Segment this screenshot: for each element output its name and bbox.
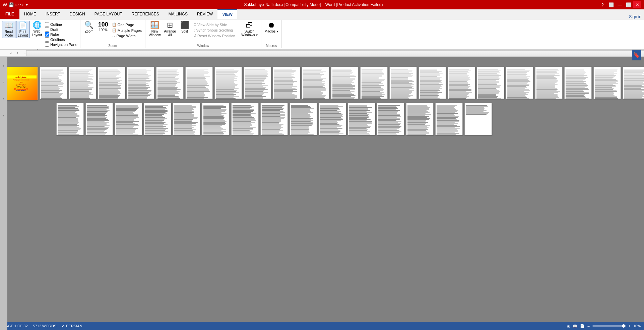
page-5 (127, 67, 154, 99)
view-reading-icon[interactable]: 📖 (573, 324, 577, 328)
page-20 (564, 67, 592, 99)
sync-scroll-icon: ↕ (193, 28, 195, 32)
zoom-slider[interactable] (592, 325, 626, 327)
page-11 (302, 67, 329, 99)
app-window: W 💾 ↩ ↪ ▼ Sakkuhaye-Nafti.docx [Compatib… (0, 0, 644, 330)
switch-windows-icon: 🗗 (246, 21, 253, 29)
web-layout-icon: 🌐 (33, 21, 42, 29)
btn-sync-scrolling[interactable]: ↕ Synchronous Scrolling (192, 28, 237, 33)
page-28 (202, 103, 230, 135)
zoom-out-button[interactable]: – (587, 324, 589, 328)
tab-page-layout[interactable]: PAGE LAYOUT (90, 9, 127, 19)
check-gridlines[interactable]: Gridlines (45, 37, 77, 42)
view-normal-icon[interactable]: ▣ (567, 324, 570, 328)
check-ruler[interactable]: Ruler (45, 32, 77, 37)
page-33 (348, 103, 375, 135)
page-19 (535, 67, 563, 99)
check-draft[interactable]: Draft (45, 27, 77, 32)
check-outline[interactable]: Outline (45, 22, 77, 26)
page-35 (406, 103, 434, 135)
tab-design[interactable]: DESIGN (65, 9, 90, 19)
page-27 (173, 103, 200, 135)
page-6 (156, 67, 184, 99)
page-2 (40, 67, 67, 99)
arrange-all-icon: ⊞ (167, 21, 173, 29)
tab-file[interactable]: FILE (0, 9, 19, 19)
pages-row-2 (56, 103, 492, 135)
btn-print-layout[interactable]: 📄 PrintLayout (16, 21, 29, 38)
tab-mailings[interactable]: MAILINGS (164, 9, 192, 19)
tab-review[interactable]: REVIEW (192, 9, 217, 19)
help-button[interactable]: ? (598, 1, 606, 8)
btn-reset-window[interactable]: ↺ Reset Window Position (192, 33, 237, 38)
language-indicator: ✓ PERSIAN (62, 324, 82, 328)
quick-customize[interactable]: ▼ (25, 3, 28, 7)
zoom-in-button[interactable]: + (629, 324, 631, 328)
page-14 (389, 67, 417, 99)
page-26 (144, 103, 171, 135)
close-button[interactable]: ✕ (633, 1, 641, 8)
minimize-button[interactable]: — (616, 1, 624, 8)
tab-insert[interactable]: INSERT (41, 9, 65, 19)
check-nav-pane[interactable]: Navigation Pane (45, 42, 77, 47)
side-by-side-icon: ⊡ (193, 22, 196, 27)
quick-redo[interactable]: ↪ (20, 2, 24, 7)
status-bar: PAGE 1 OF 32 5712 WORDS ✓ PERSIAN ▣ 📖 📄 … (0, 322, 644, 330)
page-30 (260, 103, 288, 135)
dropdown-arrow: ▾ (256, 33, 258, 37)
title-bar: W 💾 ↩ ↪ ▼ Sakkuhaye-Nafti.docx [Compatib… (0, 0, 644, 9)
new-window-icon: 🪟 (150, 21, 159, 29)
document-area[interactable]: 2 4 6 8 تحقیق آنلاین Pishguyihaftonline.… (0, 57, 644, 330)
page-22 (623, 67, 644, 99)
page-16 (448, 67, 475, 99)
zoom-thumb (622, 324, 625, 328)
btn-page-width[interactable]: ↔ Page Width (111, 34, 143, 38)
btn-one-page[interactable]: 📋 One Page (111, 22, 143, 27)
pages-container: تحقیق آنلاین Pishguyihaftonline.ir مایل … (0, 60, 644, 135)
tab-references[interactable]: REFERENCES (127, 9, 164, 19)
btn-read-mode[interactable]: 📖 ReadMode (2, 21, 15, 38)
quick-save[interactable]: 💾 (8, 2, 14, 7)
quick-undo[interactable]: ↩ (15, 2, 19, 7)
btn-new-window[interactable]: 🪟 NewWindow (147, 21, 162, 38)
btn-multiple-pages[interactable]: 📋 Multiple Pages (111, 28, 143, 33)
group-zoom: 🔍 Zoom 100 100% 📋 One Page 📋 Multiple Pa… (80, 20, 145, 48)
btn-zoom[interactable]: 🔍 Zoom (82, 21, 96, 34)
btn-100pct[interactable]: 100 100% (96, 21, 110, 33)
page-9 (244, 67, 271, 99)
tab-bar: FILE HOME INSERT DESIGN PAGE LAYOUT REFE… (0, 9, 644, 19)
page-31 (289, 103, 317, 135)
page-1: تحقیق آنلاین Pishguyihaftonline.ir مایل … (4, 67, 38, 100)
page-24 (85, 103, 113, 135)
page-37 (464, 103, 492, 135)
view-checks: Outline Draft Ruler Gridlines Navigation… (44, 21, 78, 48)
tab-home[interactable]: HOME (19, 9, 41, 19)
restore-button[interactable]: ⬜ (607, 1, 615, 8)
page-21 (593, 67, 621, 99)
group-zoom-label: Zoom (109, 43, 117, 48)
switch-windows-area: 🗗 SwitchWindows ▾ (240, 21, 259, 38)
group-window: 🪟 NewWindow ⊞ ArrangeAll ⬛ Split ⊡ View … (145, 20, 261, 48)
signin-button[interactable]: Sign in (629, 14, 644, 19)
page-8 (214, 67, 242, 99)
ruler-marker-left: 4 (10, 52, 17, 55)
page-34 (377, 103, 404, 135)
pages-row-1: تحقیق آنلاین Pishguyihaftonline.ir مایل … (4, 67, 644, 100)
bookmark-button[interactable]: 🔖 (632, 50, 641, 60)
view-page-icon[interactable]: 📄 (580, 324, 585, 328)
split-icon: ⬛ (180, 21, 189, 29)
page-3 (69, 67, 96, 99)
btn-split[interactable]: ⬛ Split (178, 21, 191, 34)
tab-view[interactable]: VIEW (217, 9, 237, 19)
zoom-icon: 🔍 (84, 21, 93, 29)
btn-view-side-by-side[interactable]: ⊡ View Side by Side (192, 22, 237, 27)
page-10 (273, 67, 300, 99)
btn-macros[interactable]: ⏺ Macros ▾ (263, 21, 280, 34)
maximize-button[interactable]: ⬜ (625, 1, 633, 8)
window-controls: ? ⬜ — ⬜ ✕ (598, 1, 641, 8)
btn-arrange-all[interactable]: ⊞ ArrangeAll (163, 21, 178, 38)
btn-switch-windows[interactable]: 🗗 SwitchWindows ▾ (240, 21, 259, 38)
zoom-options: 📋 One Page 📋 Multiple Pages ↔ Page Width (111, 22, 143, 38)
btn-web-layout[interactable]: 🌐 WebLayout (30, 21, 44, 38)
group-macros: ⏺ Macros ▾ Macros (261, 20, 282, 48)
